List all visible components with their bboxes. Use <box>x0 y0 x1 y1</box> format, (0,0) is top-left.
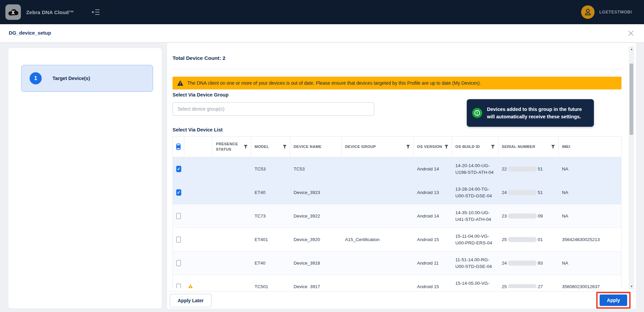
select-all-cell <box>173 136 184 157</box>
row-checkbox[interactable] <box>176 189 181 196</box>
row-checkbox[interactable] <box>176 260 181 266</box>
model-cell: ET40 <box>251 251 290 275</box>
column-header-serial-number: SERIAL NUMBER <box>498 136 559 157</box>
apply-button-highlight: Apply <box>596 292 631 309</box>
serial-number-cell: 2309 <box>498 204 559 228</box>
device-group-cell <box>342 251 414 275</box>
column-label: OS BUILD ID <box>455 144 489 150</box>
wizard-step-target-devices[interactable]: 1 Target Device(s) <box>21 65 153 92</box>
top-navigation-bar: Zebra DNA Cloud™ LGETESTMOBI <box>0 0 644 24</box>
apply-button[interactable]: Apply <box>600 295 627 306</box>
redacted-serial <box>508 261 537 266</box>
zebra-cloud-icon <box>7 7 19 17</box>
page-title: DG_device_setup <box>9 30 51 36</box>
person-icon <box>583 8 592 16</box>
filter-icon[interactable] <box>283 145 287 149</box>
username-label: LGETESTMOBI <box>599 10 632 14</box>
os-version-cell: Android 15 <box>414 228 452 251</box>
redacted-serial <box>508 284 537 288</box>
warning-banner: The DNA client on one or more of your de… <box>173 77 621 89</box>
device-group-cell <box>342 204 414 228</box>
row-checkbox[interactable] <box>176 283 181 288</box>
imei-cell: 356424630025213 <box>559 228 621 251</box>
column-header-device-group: DEVICE GROUP <box>342 136 414 157</box>
apply-later-button[interactable]: Apply Later <box>170 294 212 307</box>
serial-number-cell: 2451 <box>498 181 559 204</box>
presence-status-cell <box>213 204 251 228</box>
imei-cell: NA <box>559 181 621 204</box>
table-row[interactable]: TC73 Device_3922 Android 14 14-35-10.00-… <box>173 204 621 228</box>
model-cell: TC73 <box>251 204 290 228</box>
filter-icon[interactable] <box>551 145 555 149</box>
step-number-badge: 1 <box>30 72 42 84</box>
table-row[interactable]: TC53 TC53 Android 14 14-20-14.00-UG-U198… <box>173 157 621 181</box>
imei-cell: NA <box>559 157 621 181</box>
serial-number-cell: 2527 <box>498 275 559 288</box>
step-label: Target Device(s) <box>52 76 90 81</box>
total-device-count: Total Device Count: 2 <box>173 55 225 61</box>
os-build-id-cell: 15-14-05.00-VG-U00-PRD-ERS-04 <box>452 275 498 288</box>
user-menu[interactable]: LGETESTMOBI <box>581 0 632 24</box>
device-table: PRESENCE STATUSMODELDEVICE NAMEDEVICE GR… <box>173 136 621 288</box>
column-label: MODEL <box>255 144 281 150</box>
filter-icon[interactable] <box>244 145 248 149</box>
filter-icon[interactable] <box>406 145 410 149</box>
presence-status-cell <box>213 275 251 288</box>
serial-number-cell: 2251 <box>498 157 559 181</box>
table-row[interactable]: ET40 Device_3923 Android 13 13-28-24.00-… <box>173 181 621 204</box>
row-checkbox[interactable] <box>176 213 181 219</box>
table-row[interactable]: TC501 Device_3917 Android 15 15-14-05.00… <box>173 275 621 288</box>
device-name-cell: Device_3922 <box>290 204 342 228</box>
main-content: Total Device Count: 2 The DNA client on … <box>167 43 636 309</box>
scroll-up-icon[interactable]: ▲ <box>630 47 633 51</box>
warning-triangle-icon <box>177 80 183 86</box>
select-all-checkbox[interactable] <box>176 144 181 150</box>
table-row[interactable]: ET401 Device_3920 A15_Certification Andr… <box>173 228 621 251</box>
model-cell: TC53 <box>251 157 290 181</box>
device-name-cell: Device_3917 <box>290 275 342 288</box>
table-row[interactable]: ET40 Device_3918 Android 11 11-51-14.00-… <box>173 251 621 275</box>
os-version-cell: Android 15 <box>414 275 452 288</box>
warning-banner-text: The DNA client on one or more of your de… <box>187 80 481 86</box>
user-avatar[interactable] <box>581 5 595 19</box>
device-group-section-label: Select Via Device Group <box>173 92 229 98</box>
column-label: PRESENCE STATUS <box>216 142 242 152</box>
filter-icon[interactable] <box>445 145 448 149</box>
close-icon[interactable] <box>627 30 635 37</box>
scrollbar-thumb[interactable] <box>630 64 633 135</box>
device-group-cell <box>342 157 414 181</box>
row-checkbox[interactable] <box>176 166 181 172</box>
column-label: SERIAL NUMBER <box>502 144 549 150</box>
device-list-section-label: Select Via Device List <box>173 127 223 132</box>
zebra-logo <box>5 4 21 20</box>
device-name-cell: Device_3923 <box>290 181 342 204</box>
os-version-cell: Android 14 <box>414 204 452 228</box>
column-header-os-version: OS VERSION <box>414 136 452 157</box>
page-header: DG_device_setup <box>0 24 644 42</box>
divider <box>173 69 621 69</box>
presence-status-cell <box>213 157 251 181</box>
os-build-id-cell: 14-35-10.00-UG-U41-STD-ATH-04 <box>452 204 498 228</box>
os-build-id-cell: 14-20-14.00-UG-U198-STD-ATH-04 <box>452 157 498 181</box>
column-header-os-build-id: OS BUILD ID <box>452 136 498 157</box>
footer-divider <box>167 291 636 291</box>
device-name-cell: Device_3920 <box>290 228 342 251</box>
column-label: DEVICE NAME <box>294 144 338 150</box>
app-title: Zebra DNA Cloud™ <box>26 0 74 24</box>
os-version-cell: Android 13 <box>414 181 452 204</box>
device-group-input[interactable] <box>173 102 374 116</box>
serial-number-cell: 2493 <box>498 251 559 275</box>
redacted-serial <box>508 190 537 195</box>
imei-cell: 356080230012637 <box>559 275 621 288</box>
imei-cell: NA <box>559 251 621 275</box>
os-build-id-cell: 11-51-14.00-RG-U00-STD-GSE-04 <box>452 251 498 275</box>
scroll-down-icon[interactable]: ▼ <box>630 285 633 288</box>
column-header-model: MODEL <box>251 136 290 157</box>
vertical-scrollbar[interactable]: ▲ ▼ <box>629 46 634 289</box>
table-body: TC53 TC53 Android 14 14-20-14.00-UG-U198… <box>173 157 621 288</box>
column-header-imei: IMEI <box>559 136 621 157</box>
collapse-menu-icon[interactable] <box>91 9 100 15</box>
filter-icon[interactable] <box>491 145 495 149</box>
wizard-panel: 1 Target Device(s) <box>8 48 162 309</box>
row-checkbox[interactable] <box>176 236 181 243</box>
